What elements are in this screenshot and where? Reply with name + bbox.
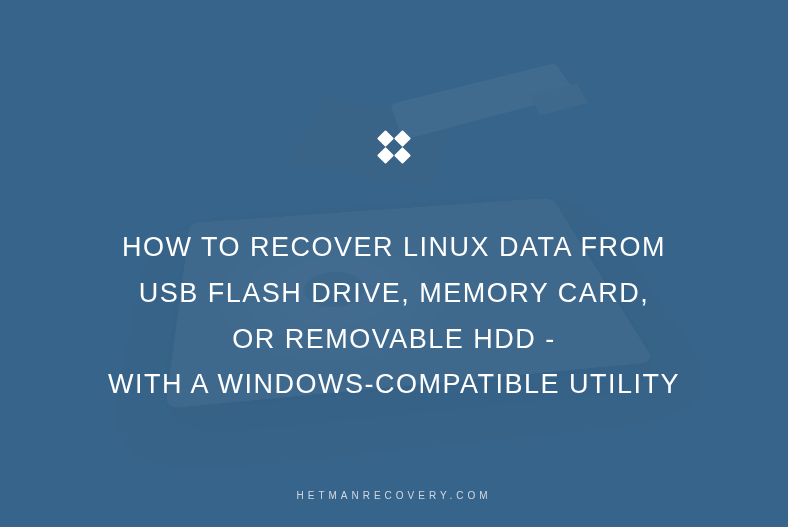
logo-icon xyxy=(366,119,422,175)
hetman-logo-icon xyxy=(366,119,422,175)
footer-url: HETMANRECOVERY.COM xyxy=(0,490,788,501)
svg-rect-0 xyxy=(377,130,394,147)
page-title: HOW TO RECOVER LINUX DATA FROM USB FLASH… xyxy=(108,225,680,409)
title-line-2: USB FLASH DRIVE, MEMORY CARD, xyxy=(139,278,650,308)
svg-rect-2 xyxy=(394,147,411,164)
title-line-4: WITH A WINDOWS-COMPATIBLE UTILITY xyxy=(108,369,680,399)
title-line-3: OR REMOVABLE HDD - xyxy=(232,324,556,354)
svg-rect-1 xyxy=(394,130,411,147)
svg-rect-3 xyxy=(377,147,394,164)
main-content: HOW TO RECOVER LINUX DATA FROM USB FLASH… xyxy=(0,0,788,527)
title-line-1: HOW TO RECOVER LINUX DATA FROM xyxy=(122,232,666,262)
